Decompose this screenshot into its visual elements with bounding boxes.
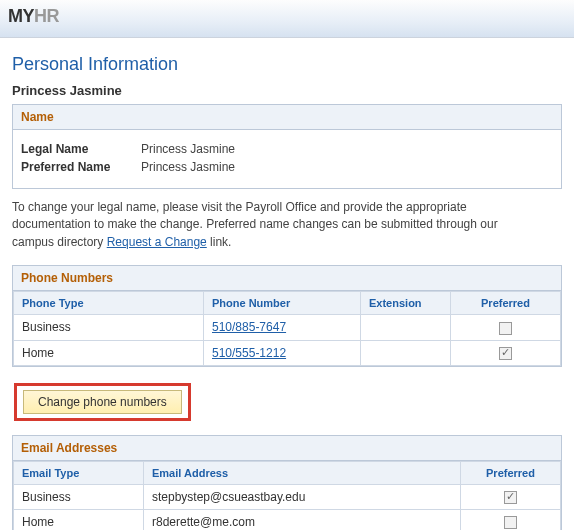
preferred-name-label: Preferred Name <box>21 160 141 174</box>
email-preferred-checkbox <box>504 516 517 529</box>
email-type-cell: Business <box>14 484 144 509</box>
change-phone-numbers-button[interactable]: Change phone numbers <box>23 390 182 414</box>
helptext-after: link. <box>207 235 232 249</box>
email-preferred-checkbox <box>504 491 517 504</box>
email-type-cell: Home <box>14 510 144 530</box>
preferred-name-row: Preferred Name Princess Jasmine <box>21 160 553 174</box>
phone-preferred-checkbox <box>499 347 512 360</box>
phone-number-link[interactable]: 510/885-7647 <box>212 320 286 334</box>
page-title: Personal Information <box>12 54 562 75</box>
preferred-name-value: Princess Jasmine <box>141 160 235 174</box>
email-table: Email Type Email Address Preferred Busin… <box>13 461 561 530</box>
email-col-type: Email Type <box>14 461 144 484</box>
phone-row: Business 510/885-7647 <box>14 315 561 340</box>
phone-section-header: Phone Numbers <box>13 266 561 291</box>
legal-name-value: Princess Jasmine <box>141 142 235 156</box>
person-name: Princess Jasmine <box>12 83 562 98</box>
email-addr-cell: r8derette@me.com <box>144 510 461 530</box>
phone-col-number: Phone Number <box>204 292 361 315</box>
name-section: Name Legal Name Princess Jasmine Preferr… <box>12 104 562 189</box>
logo-part-my: MY <box>8 6 34 26</box>
email-section: Email Addresses Email Type Email Address… <box>12 435 562 530</box>
phone-col-pref: Preferred <box>451 292 561 315</box>
phone-ext-cell <box>361 340 451 365</box>
phone-section: Phone Numbers Phone Type Phone Number Ex… <box>12 265 562 367</box>
email-row: Business stepbystep@csueastbay.edu <box>14 484 561 509</box>
request-a-change-link[interactable]: Request a Change <box>107 235 207 249</box>
email-row: Home r8derette@me.com <box>14 510 561 530</box>
app-logo: MYHR <box>8 6 59 26</box>
name-section-header: Name <box>13 105 561 130</box>
email-col-addr: Email Address <box>144 461 461 484</box>
phone-col-ext: Extension <box>361 292 451 315</box>
phone-type-cell: Home <box>14 340 204 365</box>
phone-table: Phone Type Phone Number Extension Prefer… <box>13 291 561 366</box>
name-change-helptext: To change your legal name, please visit … <box>12 199 532 251</box>
phone-preferred-checkbox <box>499 322 512 335</box>
logo-part-hr: HR <box>34 6 59 26</box>
phone-ext-cell <box>361 315 451 340</box>
email-col-pref: Preferred <box>461 461 561 484</box>
phone-row: Home 510/555-1212 <box>14 340 561 365</box>
phone-type-cell: Business <box>14 315 204 340</box>
top-bar: MYHR <box>0 0 574 38</box>
phone-number-link[interactable]: 510/555-1212 <box>212 346 286 360</box>
change-phone-highlight: Change phone numbers <box>14 383 191 421</box>
content-area: Personal Information Princess Jasmine Na… <box>0 38 574 530</box>
legal-name-row: Legal Name Princess Jasmine <box>21 142 553 156</box>
legal-name-label: Legal Name <box>21 142 141 156</box>
helptext-before: To change your legal name, please visit … <box>12 200 498 249</box>
phone-col-type: Phone Type <box>14 292 204 315</box>
email-addr-cell: stepbystep@csueastbay.edu <box>144 484 461 509</box>
email-section-header: Email Addresses <box>13 436 561 461</box>
